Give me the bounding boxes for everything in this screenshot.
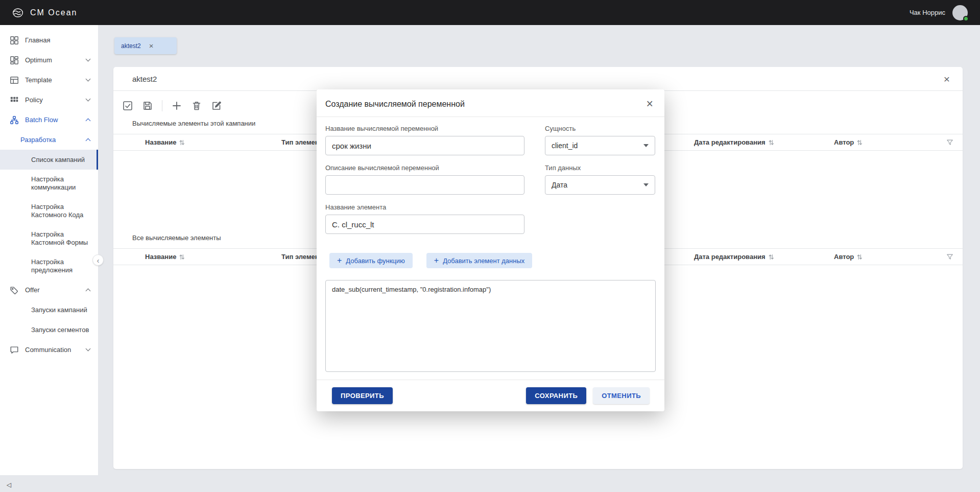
element-name-input[interactable]	[325, 215, 524, 234]
dialog-header: Создание вычисляемой переменной ×	[317, 89, 664, 117]
panel-title: aktest2	[132, 75, 157, 83]
column-header-edit-date[interactable]: Дата редактирования	[694, 249, 774, 265]
chevron-down-icon	[86, 346, 91, 352]
sidebar-item-template[interactable]: Template	[0, 70, 98, 90]
online-status-dot	[963, 16, 969, 21]
sidebar-item-batch-flow[interactable]: Batch Flow	[0, 110, 98, 130]
sidebar-item-communication-setup[interactable]: Настройка коммуникации	[0, 170, 98, 197]
column-header-label: Тип элемент	[281, 138, 322, 146]
entity-field: Сущность client_id	[545, 125, 655, 155]
element-name-field: Название элемента	[325, 203, 524, 234]
chevron-up-icon	[86, 289, 91, 294]
entity-select[interactable]: client_id	[545, 136, 655, 155]
column-header-name[interactable]: Название	[145, 249, 184, 265]
variable-name-field: Название вычисляемой переменной	[325, 125, 524, 155]
sort-icon	[179, 254, 184, 260]
bottom-left-toggle-icon[interactable]: ◁	[7, 481, 11, 488]
plus-icon: +	[337, 256, 342, 265]
chevron-down-icon	[86, 57, 91, 62]
sidebar-item-offer-setup[interactable]: Настройка предложения	[0, 252, 98, 280]
variable-description-input[interactable]	[325, 175, 524, 195]
sidebar-item-label: Template	[25, 76, 86, 84]
column-header-label: Дата редактирования	[694, 138, 766, 146]
offer-tag-icon	[10, 286, 19, 295]
sidebar-item-offer[interactable]: Offer	[0, 280, 98, 300]
chat-bubble-icon	[10, 345, 19, 355]
edit-icon[interactable]	[211, 100, 222, 111]
sidebar-item-razrabotka[interactable]: Разработка	[0, 130, 98, 150]
sidebar-item-label: Настройка Кастомного Кода	[31, 203, 90, 219]
sort-icon	[769, 139, 774, 146]
add-data-element-button[interactable]: + Добавить элемент данных	[426, 253, 533, 268]
column-header-name[interactable]: Название	[145, 134, 184, 150]
dialog-footer: ПРОВЕРИТЬ СОХРАНИТЬ ОТМЕНИТЬ	[317, 380, 664, 411]
create-variable-dialog: Создание вычисляемой переменной × Назван…	[317, 89, 664, 411]
sort-icon	[769, 254, 774, 260]
tab-close-icon[interactable]: ×	[149, 42, 154, 50]
sidebar-item-label: Список кампаний	[31, 156, 88, 164]
sidebar-item-custom-code-setup[interactable]: Настройка Кастомного Кода	[0, 197, 98, 225]
panel-header: aktest2 ×	[113, 67, 963, 91]
dropdown-arrow-icon	[643, 144, 649, 147]
formula-textarea[interactable]: date_sub(current_timestamp, "0.registrat…	[325, 280, 656, 372]
username: Чак Норрис	[910, 9, 945, 16]
add-buttons-row: + Добавить функцию + Добавить элемент да…	[329, 253, 656, 268]
column-header-label: Дата редактирования	[694, 253, 766, 261]
sidebar-item-campaign-runs[interactable]: Запуски кампаний	[0, 300, 98, 320]
entity-select-value: client_id	[552, 142, 578, 150]
column-header-label: Название	[145, 253, 176, 261]
datatype-select[interactable]: Дата	[545, 175, 655, 195]
sidebar-item-communication[interactable]: Communication	[0, 340, 98, 360]
add-icon[interactable]	[171, 100, 182, 111]
column-header-author[interactable]: Автор	[834, 249, 862, 265]
sidebar-collapse-handle[interactable]: ‹	[92, 254, 104, 266]
filter-icon[interactable]	[946, 139, 953, 148]
check-button[interactable]: ПРОВЕРИТЬ	[332, 387, 393, 404]
tab-aktest2[interactable]: aktest2 ×	[114, 37, 177, 54]
chevron-down-icon	[86, 77, 91, 82]
policy-icon	[10, 96, 19, 105]
sidebar-item-label: Настройка предложения	[31, 258, 90, 274]
sidebar-item-label: Optimum	[25, 56, 86, 64]
chevron-up-icon	[86, 138, 91, 144]
datatype-field: Тип данных Дата	[545, 164, 655, 195]
toolbar-divider	[162, 100, 162, 111]
check-square-icon[interactable]	[122, 100, 133, 111]
dialog-close-icon[interactable]: ×	[647, 98, 653, 110]
entity-label: Сущность	[545, 125, 655, 132]
sort-icon	[179, 139, 184, 146]
column-header-author[interactable]: Автор	[834, 134, 862, 150]
cancel-button[interactable]: ОТМЕНИТЬ	[593, 387, 650, 404]
chevron-down-icon	[86, 97, 91, 102]
avatar[interactable]	[952, 5, 968, 20]
variable-name-label: Название вычисляемой переменной	[325, 125, 524, 132]
template-icon	[10, 76, 19, 85]
dialog-body: Название вычисляемой переменной Сущность…	[317, 117, 664, 372]
sidebar-item-segment-runs[interactable]: Запуски сегментов	[0, 320, 98, 340]
batch-flow-icon	[10, 115, 19, 125]
datatype-label: Тип данных	[545, 164, 655, 172]
column-header-label: Название	[145, 138, 176, 146]
sidebar-item-policy[interactable]: Policy	[0, 90, 98, 110]
sidebar-item-campaign-list[interactable]: Список кампаний	[0, 150, 98, 170]
add-function-button[interactable]: + Добавить функцию	[329, 253, 413, 268]
sort-icon	[857, 139, 862, 146]
plus-icon: +	[434, 256, 439, 265]
element-name-label: Название элемента	[325, 203, 524, 211]
sort-icon	[857, 254, 862, 260]
sidebar-item-home[interactable]: Главная	[0, 30, 98, 50]
variable-name-input[interactable]	[325, 136, 524, 155]
filter-icon[interactable]	[946, 253, 953, 262]
panel-close-icon[interactable]: ×	[944, 74, 950, 84]
sidebar-item-label: Запуски кампаний	[31, 306, 90, 314]
ocean-wave-icon	[12, 7, 26, 18]
sidebar-item-label: Communication	[25, 346, 86, 354]
column-header-edit-date[interactable]: Дата редактирования	[694, 134, 774, 150]
variable-description-field: Описание вычисляемой переменной	[325, 164, 524, 195]
sidebar-item-optimum[interactable]: Optimum	[0, 50, 98, 70]
delete-icon[interactable]	[191, 100, 202, 111]
save-button[interactable]: СОХРАНИТЬ	[526, 387, 586, 404]
save-icon[interactable]	[142, 100, 153, 111]
sidebar-item-custom-form-setup[interactable]: Настройка Кастомной Формы	[0, 225, 98, 252]
sidebar-item-label: Разработка	[20, 136, 86, 144]
